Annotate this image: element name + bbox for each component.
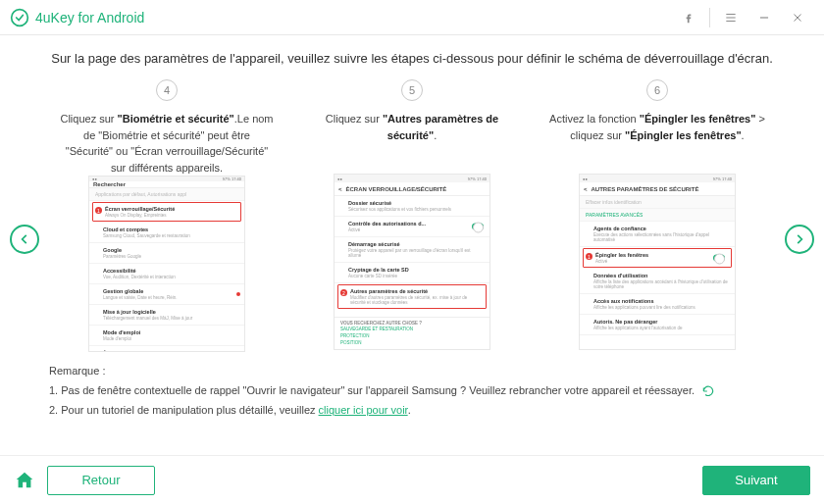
list-item: Démarrage sécuriséProtégez votre apparei… [335,237,489,263]
tutorial-link[interactable]: cliquer ici pour voir [319,404,408,416]
step-5: 5 Cliquez sur "Autres paramètres de sécu… [304,79,520,352]
step-6: 6 Activez la fonction "Épingler les fenê… [549,79,765,352]
subhead: Applications par défaut, Autorisations a… [89,188,244,201]
phone-list: Agents de confianceExécute des actions s… [580,222,735,349]
toggle-icon [713,255,725,262]
next-button[interactable]: Suivant [702,466,810,495]
close-icon [792,12,803,24]
screenshot-step5: ●●97% 17:40 <ÉCRAN VERROUILLAGE/SÉCURITÉ… [334,174,490,350]
screenshot-step4: ●●97% 17:40 Rechercher Applications par … [88,176,245,352]
step-text: Cliquez sur "Biométrie et sécurité".Le n… [59,111,275,176]
list-item: Agents de confianceExécute des actions s… [580,222,735,247]
step-text: Cliquez sur "Autres paramètres de sécuri… [304,111,520,174]
titlebar: 4uKey for Android [0,0,824,35]
remark-line1: 1. Pas de fenêtre contextuelle de rappel… [49,381,775,401]
menu-icon [724,11,738,25]
list-item: Données d'utilisationAffiche la liste de… [580,269,735,294]
phone-header: <ÉCRAN VERROUILLAGE/SÉCURITÉ [335,182,489,196]
home-button[interactable] [14,470,35,491]
facebook-icon [682,11,695,25]
app-logo: 4uKey for Android [10,8,144,27]
chevron-left-icon [18,232,31,246]
app-window: 4uKey for Android Sur la page des paramè… [0,0,824,504]
remark-label: Remarque : [49,362,775,381]
close-button[interactable] [781,1,814,34]
minimize-icon [757,11,771,25]
svg-point-0 [12,9,28,25]
list-item: Contrôle des autorisations d...Activé [335,217,489,237]
facebook-button[interactable] [672,1,705,34]
refresh-icon [701,384,715,398]
menu-button[interactable] [714,1,747,34]
app-title: 4uKey for Android [35,10,144,25]
refresh-button[interactable] [701,384,715,398]
step-number: 5 [401,79,423,101]
list-item: AccessibilitéVue, Audition, Dextérité et… [89,264,244,284]
list-item: Gestion globaleLangue et saisie, Date et… [89,284,244,305]
list-item: GoogleParamètres Google [89,243,244,264]
minimize-button[interactable] [747,1,781,34]
chevron-right-icon [793,232,806,246]
list-item: Mise à jour logicielleTéléchargement man… [89,305,244,326]
phone-footer: VOUS RECHERCHEZ AUTRE CHOSE ? SAUVEGARDE… [335,317,489,349]
list-item: Accès aux notificationsAffiche les appli… [580,294,735,315]
list-item: Cryptage de la carte SDAucune carte SD i… [335,263,489,283]
section-label: PARAMÈTRES AVANCÉS [580,209,735,222]
content-area: Sur la page des paramètres de l'appareil… [0,35,824,455]
alert-dot-icon [236,292,240,296]
next-page-button[interactable] [785,225,814,254]
list-item: 1Épingler les fenêtresActivé [583,248,732,268]
phone-statusbar: ●●97% 17:40 [580,175,735,182]
list-item: Cloud et comptesSamsung Cloud, Sauvegard… [89,223,244,243]
logo-icon [10,8,29,27]
back-button[interactable]: Retour [47,466,155,495]
page-title: Sur la page des paramètres de l'appareil… [49,51,775,66]
phone-list: Dossier sécuriséSécurisez vos applicatio… [335,196,489,317]
step-4: 4 Cliquez sur "Biométrie et sécurité".Le… [59,79,275,352]
home-icon [14,470,35,491]
phone-header: <AUTRES PARAMÈTRES DE SÉCURITÉ [580,182,735,196]
step-text: Activez la fonction "Épingler les fenêtr… [549,111,765,174]
steps-container: 4 Cliquez sur "Biométrie et sécurité".Le… [49,79,775,352]
list-item: 2Autres paramètres de sécuritéModifiez d… [337,284,487,309]
remark-line2: 2. Pour un tutoriel de manipulation plus… [49,401,775,421]
list-item: 1Écran verrouillage/SécuritéAlways On Di… [92,202,241,222]
phone-statusbar: ●●97% 17:40 [335,175,489,182]
screenshot-step6: ●●97% 17:40 <AUTRES PARAMÈTRES DE SÉCURI… [579,174,736,350]
remark-block: Remarque : 1. Pas de fenêtre contextuell… [49,362,775,420]
step-number: 6 [646,79,668,101]
phone-list: 1Écran verrouillage/SécuritéAlways On Di… [89,201,244,352]
step-number: 4 [156,79,178,101]
footer-bar: Retour Suivant [0,455,824,504]
separator [709,8,710,27]
list-item: À propos du téléphone [89,346,244,352]
grey-item: Effacer infos identification [580,196,735,209]
prev-page-button[interactable] [10,225,39,254]
list-item: Dossier sécuriséSécurisez vos applicatio… [335,196,489,217]
list-item: Mode d'emploiMode d'emploi [89,326,244,346]
list-item: Autoris. Ne pas dérangerAffiche les appl… [580,315,735,335]
phone-search: Rechercher [89,181,244,188]
toggle-icon [472,224,484,230]
